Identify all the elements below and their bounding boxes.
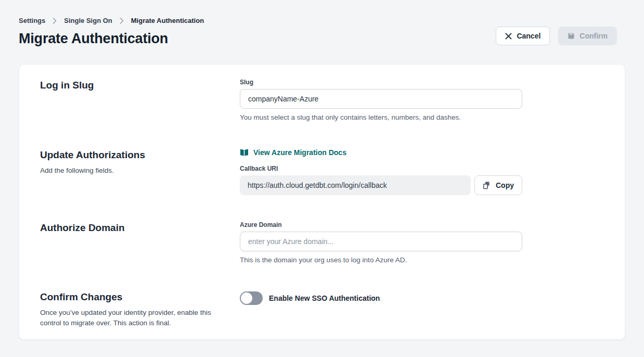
callback-uri-label: Callback URI bbox=[240, 165, 522, 172]
enable-sso-toggle-label: Enable New SSO Authentication bbox=[269, 294, 380, 302]
confirm-button-label: Confirm bbox=[579, 32, 608, 40]
save-icon bbox=[568, 32, 575, 40]
view-azure-migration-docs-link[interactable]: View Azure Migration Docs bbox=[240, 148, 346, 157]
migrate-authentication-page: Settings Single Sign On Migrate Authenti… bbox=[0, 0, 644, 357]
enable-sso-toggle[interactable] bbox=[240, 291, 263, 305]
breadcrumb-item-single-sign-on[interactable]: Single Sign On bbox=[64, 17, 112, 24]
toggle-knob bbox=[241, 292, 252, 304]
callback-uri-field[interactable] bbox=[240, 175, 471, 195]
chevron-right-icon bbox=[120, 18, 124, 24]
confirm-changes-description: Once you’ve updated your identity provid… bbox=[40, 308, 214, 328]
slug-label: Slug bbox=[240, 79, 522, 86]
section-update-authorizations: Update Authorizations Add the following … bbox=[40, 148, 604, 195]
update-authorizations-description: Add the following fields. bbox=[40, 165, 219, 176]
azure-domain-input[interactable] bbox=[240, 232, 522, 251]
x-icon bbox=[505, 33, 512, 40]
azure-domain-label: Azure Domain bbox=[240, 221, 522, 228]
authorize-domain-heading: Authorize Domain bbox=[40, 221, 219, 235]
copy-icon bbox=[483, 181, 491, 189]
breadcrumb-item-migrate-authentication: Migrate Authentication bbox=[131, 17, 204, 24]
breadcrumb-item-settings[interactable]: Settings bbox=[19, 17, 45, 24]
confirm-button[interactable]: Confirm bbox=[558, 27, 617, 45]
page-title: Migrate Authentication bbox=[19, 31, 204, 47]
azure-domain-help-text: This is the domain your org uses to log … bbox=[240, 256, 522, 264]
slug-help-text: You must select a slug that only contain… bbox=[240, 113, 522, 121]
section-authorize-domain: Authorize Domain Azure Domain This is th… bbox=[40, 221, 604, 264]
docs-link-label: View Azure Migration Docs bbox=[253, 148, 346, 157]
slug-input[interactable] bbox=[240, 89, 522, 109]
header-actions: Cancel Confirm bbox=[496, 27, 617, 45]
section-login-slug: Log in Slug Slug You must select a slug … bbox=[40, 79, 604, 121]
login-slug-heading: Log in Slug bbox=[40, 79, 219, 92]
settings-card: Log in Slug Slug You must select a slug … bbox=[19, 64, 625, 340]
update-authorizations-heading: Update Authorizations bbox=[40, 148, 219, 162]
cancel-button[interactable]: Cancel bbox=[496, 27, 550, 45]
chevron-right-icon bbox=[53, 18, 57, 24]
confirm-changes-heading: Confirm Changes bbox=[40, 290, 219, 304]
cancel-button-label: Cancel bbox=[517, 32, 540, 40]
section-confirm-changes: Confirm Changes Once you’ve updated your… bbox=[40, 290, 604, 328]
copy-button[interactable]: Copy bbox=[474, 175, 522, 195]
copy-button-label: Copy bbox=[496, 182, 514, 189]
book-icon bbox=[240, 149, 249, 156]
page-header: Settings Single Sign On Migrate Authenti… bbox=[0, 0, 644, 47]
breadcrumb: Settings Single Sign On Migrate Authenti… bbox=[19, 17, 204, 24]
